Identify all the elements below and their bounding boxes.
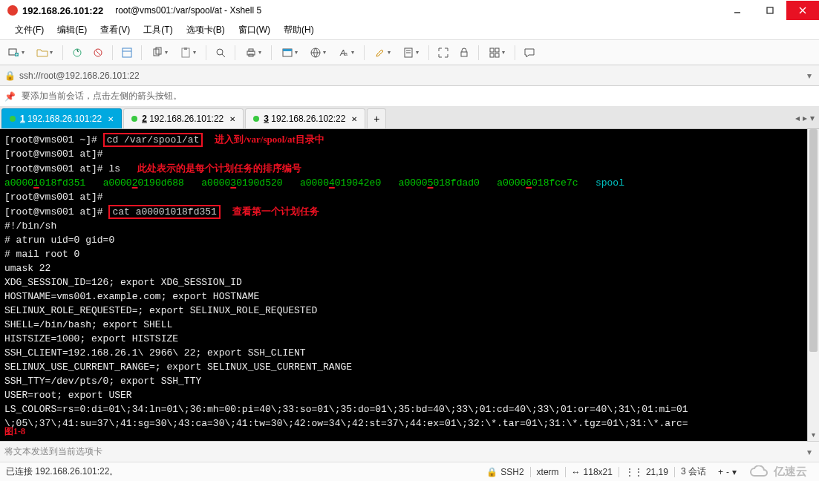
find-button[interactable] [211, 43, 230, 62]
svg-rect-31 [495, 48, 499, 52]
send-bar: 将文本发送到当前选项卡 ▾ [0, 441, 819, 462]
lock-icon: 🔒 [4, 71, 15, 81]
tab-close-icon[interactable]: ✕ [108, 115, 114, 123]
hint-bar: 📌 要添加当前会话，点击左侧的箭头按钮。 [0, 86, 819, 107]
tabs-scroll-left-icon[interactable]: ◂ [795, 113, 800, 123]
new-tab-button[interactable]: + [367, 108, 386, 128]
fullscreen-button[interactable] [434, 43, 453, 62]
maximize-button[interactable] [754, 1, 786, 20]
scroll-down-icon[interactable]: ▾ [808, 429, 819, 441]
new-session-button[interactable]: + [3, 43, 30, 62]
svg-rect-15 [184, 48, 187, 50]
menu-help[interactable]: 帮助(H) [278, 22, 320, 39]
tabs-scroll-right-icon[interactable]: ▸ [803, 113, 807, 123]
terminal-area: [root@vms001 ~]# cd /var/spool/at进入到/var… [0, 129, 819, 441]
svg-text:a: a [345, 51, 347, 56]
menu-tabcard[interactable]: 选项卡(B) [180, 22, 231, 39]
status-protocol: 🔒SSH2 [480, 467, 529, 477]
brand-watermark: 亿速云 [743, 465, 813, 479]
encoding-button[interactable] [304, 43, 331, 62]
tabs-menu-icon[interactable]: ▾ [810, 113, 815, 123]
copy-button[interactable] [146, 43, 173, 62]
address-dropdown-icon[interactable]: ▾ [804, 71, 815, 81]
paste-button[interactable] [174, 43, 201, 62]
svg-rect-29 [461, 52, 467, 56]
address-bar: 🔒 ssh://root@192.168.26.101:22 ▾ [0, 65, 819, 86]
status-connected: 已连接 192.168.26.101:22。 [6, 465, 118, 478]
scroll-thumb[interactable] [809, 129, 818, 352]
tab-bar: 1 192.168.26.101:22 ✕ 2 192.168.26.101:2… [0, 107, 819, 129]
highlight-button[interactable] [369, 43, 396, 62]
disconnect-button[interactable] [88, 43, 108, 62]
menu-edit[interactable]: 编辑(E) [51, 22, 93, 39]
svg-rect-33 [495, 53, 499, 57]
sessions-nav[interactable]: + - ▾ [712, 467, 743, 477]
terminal-scrollbar[interactable]: ▴ ▾ [807, 129, 819, 441]
close-button[interactable] [786, 1, 819, 20]
title-hostport: 192.168.26.101:22 [22, 5, 103, 16]
svg-rect-1 [767, 7, 773, 13]
terminal-output: #!/bin/sh # atrun uid=0 gid=0 # mail roo… [4, 220, 688, 429]
reconnect-button[interactable] [68, 43, 87, 62]
session-tab-1[interactable]: 1 192.168.26.101:22 ✕ [1, 108, 122, 128]
app-logo-icon [7, 5, 18, 16]
status-dot-icon [253, 116, 259, 122]
menu-file[interactable]: 文件(F) [9, 22, 50, 39]
status-dot-icon [131, 116, 137, 122]
session-tab-3[interactable]: 3 192.168.26.102:22 ✕ [245, 108, 365, 128]
session-tab-2[interactable]: 2 192.168.26.101:22 ✕ [123, 108, 244, 128]
toolbar: + Aa [0, 40, 819, 65]
menu-bar: 文件(F) 编辑(E) 查看(V) 工具(T) 选项卡(B) 窗口(W) 帮助(… [0, 21, 819, 40]
properties-button[interactable] [117, 43, 137, 62]
title-session: root@vms001:/var/spool/at - Xshell 5 [115, 5, 261, 16]
status-sessions: 3 会话 [675, 465, 712, 478]
status-bar: 已连接 192.168.26.101:22。 🔒SSH2 xterm ↔118x… [0, 462, 819, 481]
send-target-dropdown-icon[interactable]: ▾ [804, 447, 815, 457]
svg-rect-22 [283, 49, 292, 51]
status-size: ↔118x21 [566, 467, 619, 477]
lock-button[interactable] [454, 43, 474, 62]
status-dot-icon [10, 116, 16, 122]
svg-line-17 [222, 54, 225, 57]
layout-button[interactable] [483, 43, 510, 62]
print-button[interactable] [240, 43, 267, 62]
chat-button[interactable] [520, 43, 539, 62]
window-titlebar: 192.168.26.101:22 root@vms001:/var/spool… [0, 0, 819, 21]
tab-close-icon[interactable]: ✕ [351, 115, 357, 123]
svg-text:+: + [16, 52, 19, 56]
svg-rect-19 [249, 49, 253, 51]
terminal[interactable]: [root@vms001 ~]# cd /var/spool/at进入到/var… [0, 129, 819, 441]
figure-label: 图1-8 [4, 425, 25, 438]
minimize-button[interactable] [721, 1, 754, 20]
menu-window[interactable]: 窗口(W) [232, 22, 276, 39]
open-session-button[interactable] [31, 43, 58, 62]
address-url[interactable]: ssh://root@192.168.26.101:22 [19, 71, 140, 81]
color-scheme-button[interactable] [276, 43, 303, 62]
menu-tools[interactable]: 工具(T) [137, 22, 178, 39]
menu-view[interactable]: 查看(V) [94, 22, 136, 39]
send-input[interactable]: 将文本发送到当前选项卡 [4, 445, 102, 458]
hint-text: 要添加当前会话，点击左侧的箭头按钮。 [22, 90, 182, 102]
status-cursor: ⋮⋮21,19 [619, 467, 674, 477]
font-button[interactable]: Aa [333, 43, 359, 62]
script-button[interactable] [397, 43, 424, 62]
cloud-icon [748, 465, 771, 479]
status-term: xterm [531, 467, 565, 477]
tab-close-icon[interactable]: ✕ [229, 115, 235, 123]
svg-rect-30 [490, 48, 494, 52]
svg-rect-10 [123, 48, 131, 57]
svg-point-16 [217, 49, 223, 55]
svg-rect-32 [490, 53, 494, 57]
svg-line-9 [96, 50, 100, 55]
pin-icon[interactable]: 📌 [4, 91, 16, 102]
